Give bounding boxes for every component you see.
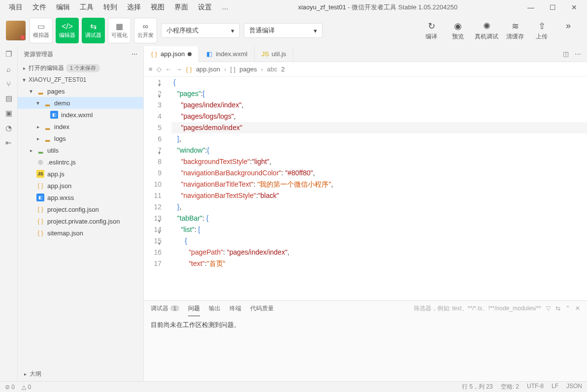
code-line[interactable]: "pages":[ xyxy=(171,88,587,99)
menu-item[interactable]: 界面 xyxy=(169,1,193,14)
mode-select[interactable]: 小程序模式▾ xyxy=(161,23,240,38)
tree-row[interactable]: JSapp.js xyxy=(18,168,143,180)
tree-row[interactable]: ▸▂logs xyxy=(18,132,143,144)
filter-icon[interactable]: ▽ xyxy=(546,305,551,312)
tree-row[interactable]: ◧app.wxss xyxy=(18,192,143,203)
code-line[interactable]: "tabBar": { xyxy=(171,213,587,224)
maximize-button[interactable]: ☐ xyxy=(544,1,561,13)
code-line[interactable]: "window":{ xyxy=(171,145,587,156)
panel-tab-terminal[interactable]: 终端 xyxy=(229,304,241,313)
minimize-button[interactable]: — xyxy=(522,1,540,13)
breadcrumb-file[interactable]: app.json xyxy=(196,65,220,73)
code-line[interactable]: "pages/demo/index" xyxy=(171,122,587,133)
more-button[interactable]: » xyxy=(555,19,581,43)
tree-row[interactable]: { }project.private.config.json xyxy=(18,215,143,227)
code-line[interactable]: "navigationBarTextStyle":"black" xyxy=(171,190,587,201)
panel-tab-output[interactable]: 输出 xyxy=(209,304,221,313)
tree-row[interactable]: ▸▂index xyxy=(18,121,143,132)
search-icon[interactable]: ⌕ xyxy=(4,64,14,74)
breadcrumb-seg1[interactable]: pages xyxy=(239,65,257,73)
code-line[interactable]: "text":"首页" xyxy=(171,258,587,269)
code-line[interactable]: { xyxy=(171,77,587,88)
remote-debug-button[interactable]: ✺真机调试 xyxy=(472,19,501,43)
menu-item[interactable]: 工具 xyxy=(75,1,98,14)
tree-row[interactable]: ◎.eslintrc.js xyxy=(18,156,143,168)
code-line[interactable]: }, xyxy=(171,201,587,213)
status-errors[interactable]: ⊘ 0 xyxy=(5,384,15,391)
code-line[interactable]: "navigationBarBackgroundColor": "#80ff80… xyxy=(171,167,587,179)
tree-row[interactable]: { }app.json xyxy=(18,180,143,192)
list-icon[interactable]: ≡ xyxy=(149,65,153,73)
close-panel-icon[interactable]: ✕ xyxy=(575,305,580,312)
cloud-button[interactable]: ∞云开发 xyxy=(134,18,157,43)
tree-row[interactable]: ▸▂utils xyxy=(18,144,143,156)
status-warnings[interactable]: △ 0 xyxy=(22,384,31,391)
tree-row[interactable]: ◧index.wxml xyxy=(18,109,143,121)
tree-row[interactable]: { }project.config.json xyxy=(18,203,143,215)
preview-button[interactable]: ◉预览 xyxy=(445,19,471,43)
tree-row[interactable]: ▼▂pages xyxy=(18,85,143,97)
tree-row[interactable]: ▼▂demo xyxy=(18,97,143,109)
more-icon[interactable]: ⋯ xyxy=(575,50,581,58)
back-icon[interactable]: ← xyxy=(165,65,172,73)
menu-item[interactable]: 设置 xyxy=(193,1,217,14)
breadcrumb-seg2[interactable]: 2 xyxy=(281,65,285,73)
compile-select[interactable]: 普通编译▾ xyxy=(244,23,323,38)
menu-item[interactable]: … xyxy=(217,1,233,14)
menu-item[interactable]: 编辑 xyxy=(51,1,75,14)
upload-button[interactable]: ⇧上传 xyxy=(529,19,554,43)
forward-icon[interactable]: → xyxy=(176,65,182,73)
editor-tab[interactable]: { }app.json xyxy=(144,46,199,62)
panel-tab-quality[interactable]: 代码质量 xyxy=(250,304,274,313)
code-line[interactable]: "navigationBarTitleText": "我的第一个微信小程序", xyxy=(171,179,587,190)
code-line[interactable]: { xyxy=(171,235,587,247)
editor-button[interactable]: </>编辑器 xyxy=(56,18,79,43)
menu-item[interactable]: 转到 xyxy=(98,1,122,14)
menu-item[interactable]: 文件 xyxy=(28,1,51,14)
code-line[interactable]: "backgroundTextStyle":"light", xyxy=(171,156,587,167)
branch-icon[interactable]: ⑂ xyxy=(4,79,14,89)
compile-button[interactable]: ↻编译 xyxy=(419,19,444,43)
close-button[interactable]: ✕ xyxy=(565,1,583,13)
clear-cache-button[interactable]: ≋清缓存 xyxy=(502,19,528,43)
code-line[interactable]: "pages/index/index", xyxy=(171,99,587,111)
menu-item[interactable]: 视图 xyxy=(146,1,169,14)
indent-info[interactable]: 空格: 2 xyxy=(501,383,519,391)
avatar[interactable] xyxy=(6,21,26,40)
ext2-icon[interactable]: ▣ xyxy=(4,108,14,118)
project-section[interactable]: ▼XIAOYU_ZF_TEST01 xyxy=(18,74,143,85)
language-mode[interactable]: JSON xyxy=(566,383,582,391)
tree-row[interactable]: { }sitemap.json xyxy=(18,227,143,239)
panel-tab-debugger[interactable]: 调试器1 xyxy=(151,304,179,313)
visual-button[interactable]: ▦可视化 xyxy=(108,18,131,43)
chevron-up-icon[interactable]: ⌃ xyxy=(565,305,570,312)
simulator-button[interactable]: ▭模拟器 xyxy=(30,18,53,43)
encoding[interactable]: UTF-8 xyxy=(527,383,544,391)
editor-tab[interactable]: ◧index.wxml xyxy=(199,46,255,62)
editor-tab[interactable]: JSutil.js xyxy=(255,46,294,62)
panel-tab-problems[interactable]: 问题 xyxy=(188,304,200,316)
bookmark-icon[interactable]: ◇ xyxy=(157,65,162,73)
code-line[interactable]: "pages/logs/logs", xyxy=(171,111,587,122)
menu-item[interactable]: 项目 xyxy=(4,1,28,14)
explorer-icon[interactable]: ❐ xyxy=(4,49,14,59)
ext3-icon[interactable]: ◔ xyxy=(4,123,14,133)
outline-section[interactable]: ▸大纲 xyxy=(18,367,143,381)
debugger-button[interactable]: ⇆调试器 xyxy=(82,18,105,43)
code-body[interactable]: { "pages":[ "pages/index/index", "pages/… xyxy=(171,77,587,300)
code-line[interactable]: ], xyxy=(171,133,587,145)
filter-placeholder[interactable]: 筛选器，例如: text、**/*.ts、!**/node_modules/** xyxy=(414,304,541,313)
split-icon[interactable]: ◫ xyxy=(563,50,569,58)
eol[interactable]: LF xyxy=(552,383,558,391)
cursor-position[interactable]: 行 5，列 23 xyxy=(462,383,493,391)
code-editor[interactable]: 1▾2▾34567▾8910111213▾14▾15▾1617 { "pages… xyxy=(144,77,587,300)
collapse-icon[interactable]: ⇆ xyxy=(555,305,560,312)
code-line[interactable]: "pagePath": "pages/index/index", xyxy=(171,247,587,258)
ext4-icon[interactable]: ⇤ xyxy=(4,138,14,148)
tree-label: project.config.json xyxy=(47,206,99,213)
menu-item[interactable]: 选择 xyxy=(122,1,146,14)
code-line[interactable]: "list": [ xyxy=(171,224,587,235)
more-icon[interactable]: ⋯ xyxy=(131,51,137,58)
open-editors-section[interactable]: ▸打开的编辑器 1 个未保存 xyxy=(18,62,143,74)
ext1-icon[interactable]: ▤ xyxy=(4,94,14,103)
